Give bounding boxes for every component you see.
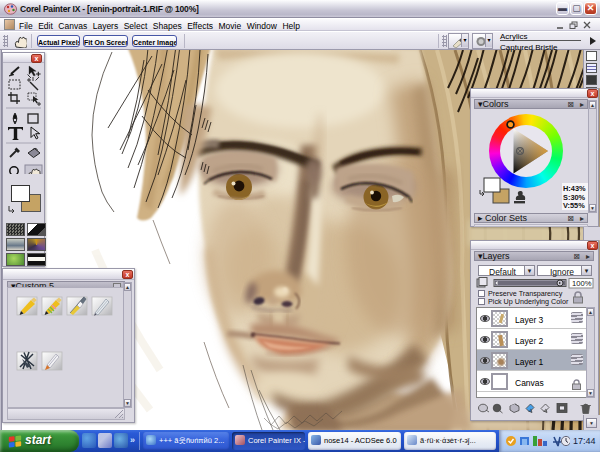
svg-text:V:55%: V:55% bbox=[563, 201, 585, 210]
svg-text:100%: 100% bbox=[572, 279, 592, 288]
